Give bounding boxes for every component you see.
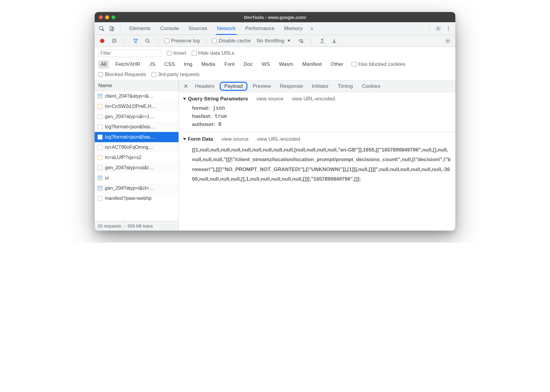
network-conditions-icon[interactable] xyxy=(296,36,305,45)
form-section-header: Form Data view source view URL-encoded xyxy=(183,136,451,142)
request-row[interactable]: gen_204?atyp=i&ct=… xyxy=(95,183,179,193)
device-toolbar-icon[interactable] xyxy=(107,24,116,33)
network-toolbar: Preserve log Disable cache No throttling xyxy=(95,35,455,47)
detail-tab-cookies[interactable]: Cookies xyxy=(358,82,384,91)
request-row[interactable]: client_204?&atyp=i&… xyxy=(95,91,179,101)
svg-point-14 xyxy=(447,40,449,41)
titlebar: DevTools - www.google.com/ xyxy=(95,12,455,22)
separator xyxy=(311,38,312,44)
throttling-label: No throttling xyxy=(257,38,284,44)
param-value: true xyxy=(215,113,227,119)
svg-line-10 xyxy=(148,41,150,43)
detail-tab-response[interactable]: Response xyxy=(276,82,307,91)
type-filter-fetch[interactable]: Fetch/XHR xyxy=(113,60,143,69)
separator xyxy=(158,38,158,44)
detail-tab-headers[interactable]: Headers xyxy=(191,82,218,91)
type-filter-other[interactable]: Other xyxy=(328,60,346,69)
view-source-link[interactable]: view source xyxy=(256,96,283,102)
panel-tab-sources[interactable]: Sources xyxy=(184,22,211,35)
request-row[interactable]: ui xyxy=(95,173,179,183)
request-row[interactable]: m=CnSW2d,DPreE,H… xyxy=(95,101,179,112)
detail-tab-timing[interactable]: Timing xyxy=(334,82,356,91)
hide-data-urls-checkbox[interactable]: Hide data URLs xyxy=(192,50,234,56)
request-row[interactable]: gen_204?atyp=i&r=1… xyxy=(95,112,179,122)
request-name: client_204?&atyp=i&… xyxy=(105,93,154,99)
request-name: m=CnSW2d,DPreE,H… xyxy=(105,104,156,109)
search-icon[interactable] xyxy=(143,36,152,45)
filter-bar: Invert Hide data URLs All Fetch/XHR JS C… xyxy=(95,47,455,80)
filter-icon[interactable] xyxy=(131,36,140,45)
type-filter-manifest[interactable]: Manifest xyxy=(300,60,324,69)
request-row[interactable]: m=aLUfP?xjs=s2 xyxy=(95,152,179,163)
type-filter-css[interactable]: CSS xyxy=(162,60,177,69)
type-filter-doc[interactable]: Doc xyxy=(241,60,255,69)
query-param: format:json xyxy=(192,105,451,111)
has-blocked-cookies-checkbox[interactable]: Has blocked cookies xyxy=(352,61,405,67)
caret-down-icon xyxy=(183,138,186,140)
svg-point-9 xyxy=(146,39,149,42)
request-row[interactable]: log?format=json&has… xyxy=(95,122,179,132)
type-filter-all[interactable]: All xyxy=(98,60,109,69)
detail-tab-initiator[interactable]: Initiator xyxy=(308,82,332,91)
third-party-checkbox[interactable]: 3rd-party requests xyxy=(151,72,200,78)
throttling-select[interactable]: No throttling xyxy=(254,37,293,45)
request-name: m=aLUfP?xjs=s2 xyxy=(105,155,142,160)
panel-tab-console[interactable]: Console xyxy=(156,22,183,35)
form-view-url-encoded-link[interactable]: view URL-encoded xyxy=(257,136,300,142)
form-view-source-link[interactable]: view source xyxy=(222,136,249,142)
query-section-title-wrap[interactable]: Query String Parameters xyxy=(183,96,248,102)
param-key: authuser: xyxy=(192,121,215,127)
minimize-window-icon[interactable] xyxy=(105,15,109,19)
request-row[interactable]: gen_204?atyp=csi&r… xyxy=(95,163,179,173)
status-transfer: 555 kB trans xyxy=(124,221,156,231)
type-filter-js[interactable]: JS xyxy=(147,60,158,69)
param-value: 0 xyxy=(218,121,221,127)
filter-input[interactable] xyxy=(98,49,161,57)
panel-settings-gear-icon[interactable] xyxy=(443,36,452,45)
script-file-icon xyxy=(98,155,102,160)
panel-tab-more[interactable]: » xyxy=(308,22,316,35)
settings-gear-icon[interactable] xyxy=(434,24,443,33)
record-button[interactable] xyxy=(98,36,107,45)
panel-tab-network[interactable]: Network xyxy=(213,22,240,35)
panel-tab-elements[interactable]: Elements xyxy=(125,22,155,35)
type-filter-wasm[interactable]: Wasm xyxy=(277,60,296,69)
panel-tab-memory[interactable]: Memory xyxy=(280,22,307,35)
close-panel-icon[interactable]: ✕ xyxy=(182,82,190,90)
type-filter-ws[interactable]: WS xyxy=(259,60,272,69)
clear-icon[interactable] xyxy=(110,36,119,45)
detail-tab-preview[interactable]: Preview xyxy=(249,82,274,91)
param-key: format: xyxy=(192,105,210,111)
close-window-icon[interactable] xyxy=(99,15,103,19)
fullscreen-window-icon[interactable] xyxy=(112,15,115,19)
invert-checkbox[interactable]: Invert xyxy=(167,50,186,56)
download-har-icon[interactable] xyxy=(330,36,339,45)
request-row[interactable]: manifest?pwa=webhp xyxy=(95,193,179,204)
request-name: gen_204?atyp=csi&r… xyxy=(105,165,154,170)
doc-file-icon xyxy=(98,165,102,170)
separator xyxy=(429,25,429,32)
panel-tab-performance[interactable]: Performance xyxy=(241,22,279,35)
detail-tab-payload[interactable]: Payload xyxy=(220,82,247,91)
section-divider xyxy=(179,132,455,132)
preserve-log-checkbox[interactable]: Preserve log xyxy=(164,38,200,44)
inspect-element-icon[interactable] xyxy=(97,24,106,33)
doc-file-icon xyxy=(98,124,102,129)
window-title: DevTools - www.google.com/ xyxy=(95,15,455,20)
query-param: authuser:0 xyxy=(192,121,451,127)
kebab-menu-icon[interactable] xyxy=(444,24,453,33)
type-filter-font[interactable]: Font xyxy=(222,60,237,69)
request-row[interactable]: log?format=json&has… xyxy=(95,132,179,142)
form-section-title-wrap[interactable]: Form Data xyxy=(183,136,213,142)
blocked-requests-checkbox[interactable]: Blocked Requests xyxy=(98,72,146,78)
view-url-encoded-link[interactable]: view URL-encoded xyxy=(292,96,335,102)
disable-cache-checkbox[interactable]: Disable cache xyxy=(212,38,251,44)
type-filter-media[interactable]: Media xyxy=(199,60,218,69)
devtools-window: DevTools - www.google.com/ Elements Cons… xyxy=(95,12,455,231)
chevron-down-icon xyxy=(287,40,290,42)
column-header-name[interactable]: Name xyxy=(95,80,179,91)
request-row[interactable]: rs=ACT90oFqOrnng… xyxy=(95,142,179,152)
type-filter-img[interactable]: Img xyxy=(182,60,195,69)
upload-har-icon[interactable] xyxy=(318,36,327,45)
request-name: log?format=json&has… xyxy=(105,134,155,140)
